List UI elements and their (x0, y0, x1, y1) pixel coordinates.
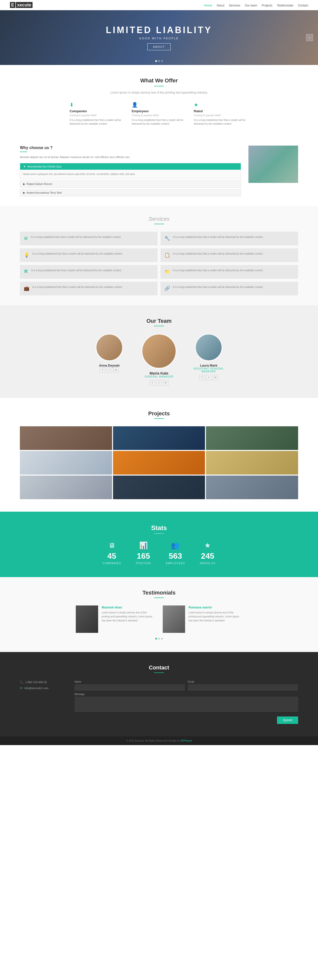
social-twitter-0[interactable]: t (107, 368, 112, 373)
footer-text: © 2015 Execute. All Rights Reserved | De… (126, 739, 180, 742)
accordion-item-1: ▶ Ratpot Eatum Rorum (20, 180, 241, 188)
offer-subtitle: Lorem ipsum is simply dummy text of the … (20, 91, 298, 94)
stat-icon-0: 🖥 (103, 541, 121, 549)
accordion-header-0[interactable]: ▼ Assumenda Est Clicthe Quo (20, 163, 241, 170)
team-avatar-0 (96, 334, 123, 361)
logo-prefix: E (10, 2, 16, 8)
offer-item-text-2: It is a long established fact that a rea… (194, 118, 248, 126)
contact-name-input[interactable] (74, 684, 185, 690)
offer-item-0: ⬇ Companies Coming to popular belief It … (70, 102, 124, 126)
service-text-3: It is a long established fact that a rea… (173, 252, 263, 256)
contact-title: Contact (20, 665, 298, 671)
social-facebook-0[interactable]: f (100, 368, 105, 373)
project-item-9[interactable] (206, 476, 298, 499)
testimonial-text-1: Lorem ipsum is simply dummy text of the … (188, 611, 242, 623)
team-member-0: Anna Deynah f t in (87, 334, 132, 385)
contact-form-row-2: Message (74, 693, 298, 711)
social-linkedin-2[interactable]: in (213, 375, 218, 380)
stat-number-0: 45 (103, 552, 121, 561)
why-image-inner (248, 146, 298, 183)
contact-submit-button[interactable]: Submit (277, 716, 298, 724)
hero-about-button[interactable]: ABOUT (147, 43, 171, 50)
project-item-3[interactable] (206, 426, 298, 450)
accordion-header-1[interactable]: ▶ Ratpot Eatum Rorum (20, 181, 241, 188)
nav-link-about[interactable]: About (217, 4, 224, 7)
contact-info: 📞 (+86) 123-456-32 ✉ info@execute1.com (20, 680, 65, 692)
nav-link-contact[interactable]: Contact (298, 4, 308, 7)
project-item-4[interactable] (20, 451, 112, 474)
service-item-4: 🛠 It is a long established fact that a r… (20, 265, 158, 279)
project-item-2[interactable] (113, 426, 205, 450)
social-linkedin-1[interactable]: in (163, 380, 168, 385)
project-item-7[interactable] (20, 476, 112, 499)
contact-section: Contact 📞 (+86) 123-456-32 ✉ info@execut… (0, 652, 318, 737)
why-section: Why choose us ? Aenean aliquet nec mi et… (0, 138, 318, 206)
stat-item-2: 👥 563 Employees (166, 541, 185, 565)
logo[interactable]: Execute (10, 3, 33, 8)
accordion-title-0: Assumenda Est Clicthe Quo (27, 165, 62, 168)
contact-email-field: Email (188, 680, 298, 690)
stat-label-0: Companies (103, 562, 121, 565)
offer-item-sub-1: Coming to popular belief (132, 114, 186, 117)
hero-section: LIMITED LIABILITY GOOD WITH PEOPLE ABOUT… (0, 10, 318, 65)
offer-item-1: 👤 Employees Coming to popular belief It … (132, 102, 186, 126)
contact-email-input[interactable] (188, 684, 298, 690)
nav-link-services[interactable]: Services (229, 4, 240, 7)
nav-link-home[interactable]: Home (204, 4, 212, 7)
stat-icon-2: 👥 (166, 541, 185, 549)
services-grid: ⚙ It is a long established fact that a r… (20, 232, 298, 295)
contact-name-label: Name (74, 680, 185, 683)
accordion-header-2[interactable]: ▶ Autent Accusamus Terry Sed (20, 189, 241, 196)
offer-icon-1: 👤 (132, 102, 186, 108)
testimonial-avatar-0 (76, 606, 98, 633)
offer-item-title-1: Employees (132, 109, 186, 113)
contact-message-input[interactable] (74, 697, 298, 711)
accordion-item-2: ▶ Autent Accusamus Terry Sed (20, 189, 241, 196)
service-icon-5: 📁 (165, 269, 170, 275)
social-facebook-1[interactable]: f (150, 380, 155, 385)
accordion-item-0: ▼ Assumenda Est Clicthe Quo Neque porro … (20, 163, 241, 179)
why-title: Why choose us ? (20, 146, 241, 150)
social-twitter-1[interactable]: t (156, 380, 162, 385)
project-item-8[interactable] (113, 476, 205, 499)
service-icon-2: 💡 (24, 252, 29, 258)
testimonials-dots (20, 638, 298, 640)
offer-grid: ⬇ Companies Coming to popular belief It … (20, 102, 298, 126)
contact-underline (154, 672, 164, 673)
contact-email-value: info@execute1.com (24, 687, 49, 690)
testimonials-dot-1 (155, 638, 157, 640)
testimonial-text-0: Lorem ipsum is simply dummy text of the … (101, 611, 155, 623)
projects-section: Projects (0, 398, 318, 512)
projects-grid (20, 426, 298, 499)
service-item-7: 🔗 It is a long established fact that a r… (160, 282, 298, 295)
project-item-5[interactable] (113, 451, 205, 474)
testimonial-name-1: Romana nasrin (188, 606, 242, 609)
team-socials-1: f t in (137, 380, 181, 385)
social-twitter-2[interactable]: t (206, 375, 211, 380)
project-item-1[interactable] (20, 426, 112, 450)
why-image (248, 146, 298, 183)
nav-link-projects[interactable]: Projects (262, 4, 272, 7)
service-text-5: It is a long established fact that a rea… (173, 269, 263, 272)
hero-next-arrow[interactable]: › (306, 34, 313, 41)
offer-item-text-0: It is a long established fact that a rea… (70, 118, 124, 126)
accordion-arrow-1: ▶ (23, 182, 25, 186)
project-item-6[interactable] (206, 451, 298, 474)
social-linkedin-0[interactable]: in (113, 368, 119, 373)
footer-designer-link[interactable]: WPHouse (180, 739, 192, 742)
stats-title: Stats (20, 524, 298, 532)
service-text-2: It is a long established fact that a rea… (32, 252, 123, 256)
testimonials-dot-3 (161, 638, 163, 640)
social-facebook-2[interactable]: f (199, 375, 205, 380)
contact-layout: 📞 (+86) 123-456-32 ✉ info@execute1.com N… (20, 680, 298, 724)
hero-dot-1 (155, 60, 157, 62)
offer-item-sub-2: Coming to popular belief (194, 114, 248, 117)
projects-underline (154, 418, 164, 419)
nav-link-our-team[interactable]: Our team (245, 4, 257, 7)
phone-icon: 📞 (20, 680, 24, 684)
nav-link-testimonials[interactable]: Testimonials (277, 4, 293, 7)
contact-phone-value: (+86) 123-456-32 (25, 681, 47, 684)
footer: © 2015 Execute. All Rights Reserved | De… (0, 737, 318, 745)
offer-title: What We Offer (20, 77, 298, 84)
services-underline (154, 224, 164, 224)
